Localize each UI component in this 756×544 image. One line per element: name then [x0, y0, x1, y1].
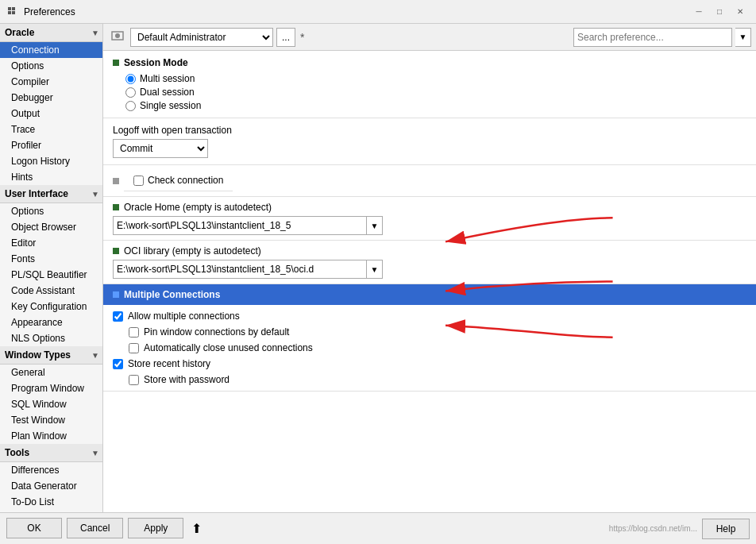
window-types-group-arrow: ▼ [91, 351, 99, 360]
sidebar-item-hints[interactable]: Hints [0, 169, 102, 185]
svg-rect-1 [12, 7, 15, 10]
check-connection-indicator [113, 178, 119, 184]
help-button[interactable]: Help [702, 519, 750, 539]
svg-point-5 [115, 33, 120, 38]
logoff-select[interactable]: Commit Rollback Ask [113, 139, 208, 158]
check-connection-section: Check connection [103, 165, 756, 197]
oci-library-indicator [113, 248, 119, 254]
multiple-connections-header: Multiple Connections [103, 284, 756, 305]
sidebar-item-object-browser[interactable]: Object Browser [0, 219, 102, 235]
search-input[interactable] [573, 28, 732, 47]
sidebar-group-user-interface[interactable]: User Interface ▼ [0, 185, 102, 203]
modified-indicator: * [300, 31, 304, 44]
sidebar-item-key-configuration[interactable]: Key Configuration [0, 299, 102, 314]
multiple-connections-title: Multiple Connections [124, 289, 220, 300]
sidebar-item-output[interactable]: Output [0, 106, 102, 122]
sidebar-item-nls-options[interactable]: NLS Options [0, 330, 102, 346]
bottom-bar: OK Cancel Apply ⬆ https://blog.csdn.net/… [0, 512, 756, 544]
sidebar-item-trace[interactable]: Trace [0, 122, 102, 137]
tools-group-arrow: ▼ [91, 449, 99, 457]
radio-multi-session[interactable]: Multi session [125, 73, 746, 84]
oracle-home-section: Oracle Home (empty is autodetect) ▼ [103, 197, 756, 241]
action-buttons: OK Cancel Apply ⬆ [6, 518, 205, 539]
session-mode-title: Session Mode [124, 57, 188, 68]
cancel-button[interactable]: Cancel [67, 518, 123, 538]
sidebar-item-options-ui[interactable]: Options [0, 203, 102, 219]
oci-library-dropdown-btn[interactable]: ▼ [367, 260, 383, 279]
check-connection-checkbox[interactable] [133, 176, 144, 186]
oci-library-input[interactable] [113, 260, 367, 279]
svg-rect-2 [8, 11, 11, 14]
check-connection-label[interactable]: Check connection [124, 170, 233, 191]
content-area: Session Mode Multi session Dual session … [103, 51, 756, 512]
sidebar-item-debugger[interactable]: Debugger [0, 90, 102, 106]
window-controls: ─ □ ✕ [689, 4, 750, 20]
radio-single-session[interactable]: Single session [125, 100, 746, 111]
sidebar-item-plsql-beautifier[interactable]: PL/SQL Beautifier [0, 267, 102, 283]
checkbox-allow-multiple[interactable]: Allow multiple connections [113, 308, 746, 324]
oracle-group-arrow: ▼ [91, 29, 99, 37]
apply-button[interactable]: Apply [128, 518, 183, 538]
multiple-connections-options: Allow multiple connections Pin window co… [103, 305, 756, 392]
sidebar-item-code-assistant[interactable]: Code Assistant [0, 283, 102, 299]
sidebar-item-logon-history[interactable]: Logon History [0, 153, 102, 169]
sidebar-item-profiler[interactable]: Profiler [0, 137, 102, 153]
profile-icon [108, 28, 127, 47]
export-icon[interactable]: ⬆ [188, 518, 205, 539]
sidebar-item-appearance[interactable]: Appearance [0, 314, 102, 330]
sidebar-item-general[interactable]: General [0, 365, 102, 380]
right-panel: Default Administrator ... * ▼ Session Mo… [103, 24, 756, 512]
sidebar-item-todo-list[interactable]: To-Do List [0, 494, 102, 510]
maximize-button[interactable]: □ [710, 4, 729, 20]
session-mode-indicator [113, 60, 119, 66]
oracle-home-input[interactable] [113, 216, 367, 235]
sidebar-item-options-oracle[interactable]: Options [0, 58, 102, 74]
more-options-button[interactable]: ... [276, 28, 295, 47]
sidebar-item-fonts[interactable]: Fonts [0, 251, 102, 267]
sidebar: Oracle ▼ Connection Options Compiler Deb… [0, 24, 103, 512]
multiple-connections-indicator [113, 291, 119, 298]
bottom-right: https://blog.csdn.net/im... Help [609, 519, 750, 539]
svg-rect-0 [8, 7, 11, 10]
profile-select[interactable]: Default Administrator [130, 28, 273, 47]
search-dropdown-arrow[interactable]: ▼ [735, 28, 751, 47]
sidebar-item-differences[interactable]: Differences [0, 462, 102, 478]
title-bar: Preferences ─ □ ✕ [0, 0, 756, 24]
checkbox-store-history[interactable]: Store recent history [113, 356, 746, 372]
sidebar-item-connection[interactable]: Connection [0, 42, 102, 58]
checkbox-pin-window[interactable]: Pin window connections by default [113, 324, 746, 340]
sidebar-group-window-types[interactable]: Window Types ▼ [0, 346, 102, 365]
sidebar-item-test-window[interactable]: Test Window [0, 412, 102, 428]
sidebar-item-sql-window[interactable]: SQL Window [0, 396, 102, 412]
sidebar-item-compiler[interactable]: Compiler [0, 74, 102, 90]
ok-button[interactable]: OK [6, 518, 62, 538]
svg-rect-3 [12, 11, 15, 14]
oracle-home-dropdown-btn[interactable]: ▼ [367, 216, 383, 235]
watermark-text: https://blog.csdn.net/im... [609, 524, 697, 533]
window-title: Preferences [24, 6, 75, 17]
sidebar-group-tools[interactable]: Tools ▼ [0, 444, 102, 462]
logoff-label: Logoff with open transaction [113, 125, 746, 136]
oci-library-label: OCI library (empty is autodetect) [124, 245, 261, 257]
app-icon [6, 6, 19, 18]
main-content: Oracle ▼ Connection Options Compiler Deb… [0, 24, 756, 512]
oracle-home-label: Oracle Home (empty is autodetect) [124, 202, 272, 213]
sidebar-item-program-window[interactable]: Program Window [0, 380, 102, 396]
user-interface-group-arrow: ▼ [91, 190, 99, 199]
checkbox-store-password[interactable]: Store with password [113, 372, 746, 388]
logoff-section: Logoff with open transaction Commit Roll… [103, 118, 756, 165]
session-mode-options: Multi session Dual session Single sessio… [113, 73, 746, 111]
minimize-button[interactable]: ─ [689, 4, 708, 20]
sidebar-group-oracle[interactable]: Oracle ▼ [0, 24, 102, 42]
content-wrapper: Session Mode Multi session Dual session … [103, 51, 756, 512]
toolbar: Default Administrator ... * ▼ [103, 24, 756, 51]
radio-dual-session[interactable]: Dual session [125, 87, 746, 98]
close-button[interactable]: ✕ [731, 4, 750, 20]
sidebar-item-plan-window[interactable]: Plan Window [0, 428, 102, 444]
oracle-home-indicator [113, 204, 119, 210]
session-mode-section: Session Mode Multi session Dual session … [103, 51, 756, 118]
oci-library-section: OCI library (empty is autodetect) ▼ [103, 241, 756, 284]
sidebar-item-data-generator[interactable]: Data Generator [0, 478, 102, 494]
sidebar-item-editor[interactable]: Editor [0, 235, 102, 251]
checkbox-auto-close[interactable]: Automatically close unused connections [113, 340, 746, 356]
